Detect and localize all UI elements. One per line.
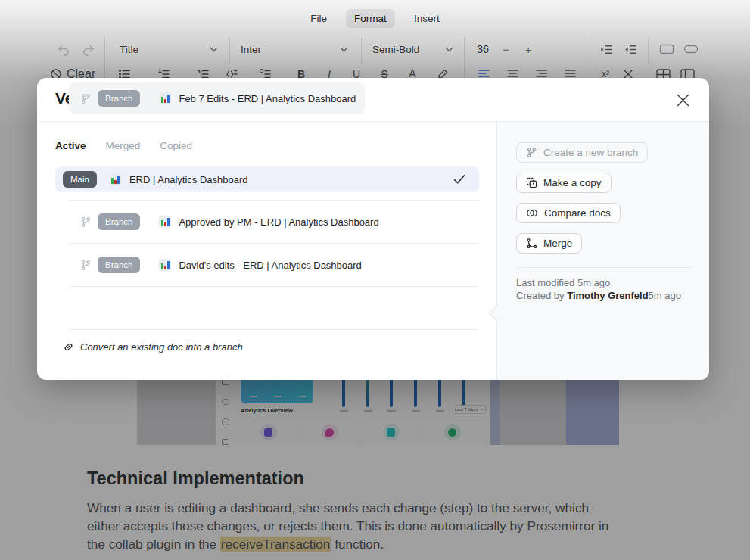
font-size-value: 36 [477, 43, 489, 55]
bar-label [340, 410, 348, 412]
menu-file[interactable]: File [302, 9, 335, 28]
branch-title: David's edits - ERD | Analytics Dashboar… [179, 260, 361, 271]
bar-label [412, 410, 420, 412]
check-icon [453, 174, 465, 185]
divider [587, 38, 587, 64]
compare-docs-button[interactable]: Compare docs [516, 203, 621, 223]
versions-list: Active Merged Copied Main ERD | Analytic… [37, 122, 496, 380]
divider [516, 267, 692, 268]
increase-font-button[interactable]: + [521, 42, 536, 57]
branch-row-selected[interactable]: Branch Feb 7 Edits - ERD | Analytics Das… [69, 286, 479, 330]
branch-row[interactable]: Branch David's edits - ERD | Analytics D… [69, 243, 479, 286]
bar-label [364, 410, 372, 412]
close-button[interactable] [674, 92, 691, 108]
date-range-value: Last 7 days [455, 407, 478, 412]
stat-card [241, 419, 296, 445]
axis-label [274, 396, 282, 397]
compare-icon [526, 207, 538, 219]
divider [104, 38, 105, 64]
decrease-font-button[interactable]: − [498, 42, 513, 57]
stat-value: 52.46% [317, 443, 341, 445]
menu-insert[interactable]: Insert [406, 9, 448, 28]
text-style-dropdown[interactable]: Title [120, 39, 218, 59]
refresh-icon [222, 399, 229, 406]
tab-merged[interactable]: Merged [106, 140, 141, 151]
chevron-down-icon [210, 47, 218, 52]
chevron-down-icon [480, 408, 484, 411]
close-icon [677, 94, 689, 107]
stat-card [363, 419, 419, 445]
git-branch-icon [80, 93, 92, 104]
make-copy-button[interactable]: Make a copy [516, 173, 612, 193]
chart-doc-icon [159, 259, 171, 271]
convert-doc-link[interactable]: Convert an existing doc into a branch [63, 341, 479, 353]
version-meta: Last modified 5m ago Created by Timothy … [516, 277, 691, 302]
section-heading: Technical Implementation [87, 468, 304, 489]
indent-decrease-button[interactable] [621, 39, 640, 59]
font-size-control: 36 − + [477, 39, 536, 59]
font-weight-value: Semi-Bold [372, 44, 419, 55]
stat-card: 2m 56s [425, 419, 480, 445]
highlighted-code: receiveTransaction [220, 537, 331, 552]
indent-decrease-icon [624, 43, 637, 56]
analytics-overview-label: Analytics Overview [241, 407, 293, 414]
indent-increase-icon [599, 43, 613, 56]
branch-row[interactable]: Branch Approved by PM - ERD | Analytics … [69, 200, 479, 243]
menubar: File Format Insert [0, 8, 750, 29]
version-actions-panel: Create a new branch Make a copy Compare … [496, 122, 709, 380]
divider [229, 38, 230, 64]
pill-block-button[interactable] [681, 39, 701, 59]
git-branch-icon [526, 147, 537, 158]
git-branch-icon [80, 216, 92, 228]
bar-label [436, 410, 444, 412]
chart-doc-icon [110, 173, 122, 185]
users-icon [387, 428, 395, 437]
indent-increase-button[interactable] [596, 39, 616, 59]
main-version-row[interactable]: Main ERD | Analytics Dashboard [55, 166, 479, 192]
modal-body: Active Merged Copied Main ERD | Analytic… [37, 122, 709, 380]
frame-block-button[interactable] [657, 39, 677, 59]
stat-value: 2m 56s [440, 443, 464, 445]
tab-copied[interactable]: Copied [160, 140, 192, 151]
doc-title: ERD | Analytics Dashboard [129, 174, 248, 185]
font-family-value: Inter [241, 44, 261, 55]
date-range-dropdown[interactable]: Last 7 days [453, 405, 486, 414]
chart-doc-icon [159, 92, 171, 104]
stat-card: 52.46% [302, 419, 357, 445]
version-tabs: Active Merged Copied [55, 140, 479, 151]
font-weight-dropdown[interactable]: Semi-Bold [372, 39, 453, 59]
divider [361, 38, 362, 64]
axis-label [250, 396, 258, 397]
last-modified: Last modified 5m ago [516, 277, 691, 290]
link-icon [63, 341, 74, 353]
main-badge: Main [63, 171, 97, 188]
undo-button[interactable] [53, 39, 73, 59]
redo-button[interactable] [79, 39, 98, 59]
duration-icon [448, 428, 456, 437]
stat-cards: 52.46% 2m 56s [241, 419, 480, 445]
convert-doc-label: Convert an existing doc into a branch [80, 341, 243, 353]
merge-label: Merge [543, 238, 572, 249]
font-family-dropdown[interactable]: Inter [241, 39, 348, 59]
body-paragraph: When a user is editing a dashboard, she … [87, 499, 617, 554]
chevron-down-icon [340, 47, 348, 52]
menu-format[interactable]: Format [346, 9, 395, 28]
merge-icon [526, 238, 537, 249]
bar-label [387, 410, 396, 412]
branch-title: Approved by PM - ERD | Analytics Dashboa… [179, 216, 378, 228]
git-branch-icon [80, 260, 92, 271]
merge-button[interactable]: Merge [516, 233, 582, 254]
create-branch-button[interactable]: Create a new branch [516, 142, 648, 163]
chart-doc-icon [159, 216, 171, 228]
branch-title: Feb 7 Edits - ERD | Analytics Dashboard [179, 93, 356, 104]
clock-icon [222, 418, 229, 425]
app-window: File Format Insert Title Inter Semi-Bold… [0, 0, 750, 560]
branch-badge: Branch [98, 213, 140, 230]
export-icon [222, 439, 229, 446]
sessions-icon [264, 428, 272, 437]
branch-badge: Branch [98, 90, 140, 107]
paragraph-text: function. [331, 537, 384, 552]
axis-label [298, 396, 307, 397]
branch-badge: Branch [98, 257, 140, 273]
tab-active[interactable]: Active [55, 140, 86, 151]
